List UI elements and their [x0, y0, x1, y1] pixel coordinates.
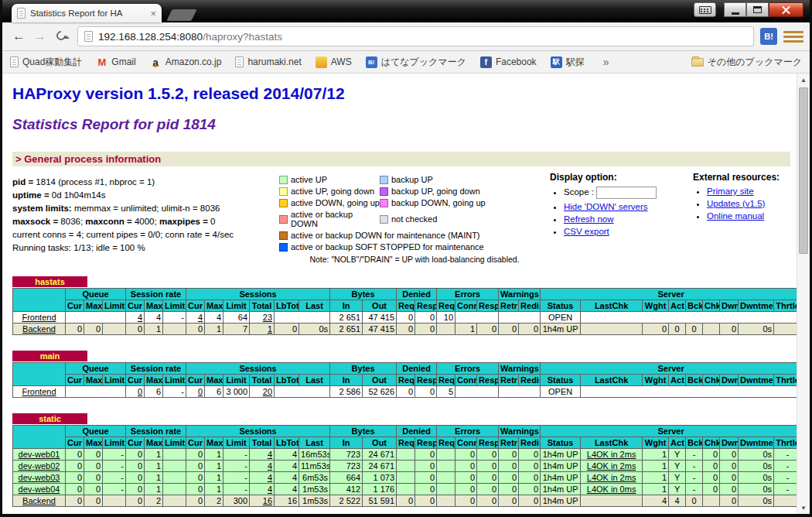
column-header: Max [84, 375, 103, 386]
keyboard-button[interactable] [694, 2, 716, 17]
stats-row-backend: Backend0001017100s2 65147 4150010001h4m … [13, 324, 797, 335]
bookmark-item[interactable]: MGmail [96, 56, 135, 68]
bookmark-item[interactable]: 駅駅探 [551, 56, 585, 69]
stats-grid: QueueSession rateSessionsBytesDeniedErro… [12, 362, 797, 398]
row-name[interactable]: Frontend [13, 312, 66, 324]
column-header: Dwntme [739, 437, 774, 449]
scrollbar-thumb[interactable] [799, 87, 808, 254]
display-option-link[interactable]: CSV export [564, 227, 609, 236]
forward-button[interactable]: → [29, 29, 50, 44]
minimize-button[interactable] [724, 2, 746, 17]
close-button[interactable] [769, 2, 803, 17]
stats-grid: QueueSession rateSessionsBytesDeniedErro… [12, 288, 797, 335]
stat-cell: 51 591 [363, 495, 397, 507]
address-bar[interactable]: 192.168.128.254:8080/haproxy?hastats [77, 26, 754, 46]
stat-cell: - [103, 472, 126, 484]
bookmark-item[interactable]: AWS [316, 56, 352, 68]
stat-cell: 24 671 [363, 449, 397, 461]
stat-cell [163, 484, 186, 495]
row-name[interactable]: dev-web02 [13, 461, 66, 472]
external-resource-item: Updates (v1.5) [707, 199, 790, 208]
column-header: Resp [477, 375, 499, 386]
column-header: Max [205, 375, 223, 386]
stat-cell: 0 [126, 386, 145, 398]
stat-cell: 0 [397, 312, 415, 324]
column-header: Limit [163, 375, 186, 386]
legend-item: not checked [380, 210, 550, 228]
column-header: Act [669, 437, 686, 449]
legend-color-box [279, 231, 288, 240]
stat-cell: 664 [330, 472, 363, 484]
stat-cell: 1 [145, 484, 163, 495]
row-name[interactable]: dev-web04 [13, 484, 66, 495]
bookmark-item[interactable]: Quad稼動集計 [10, 56, 82, 69]
stat-cell: 1h4m UP [541, 449, 581, 461]
back-button[interactable]: ← [9, 29, 29, 44]
scroll-down-button[interactable]: ▼ [797, 502, 810, 514]
stat-cell: 0 [499, 449, 519, 461]
stat-cell: 7 [223, 324, 250, 335]
stat-cell: - [223, 449, 250, 461]
stat-cell: 0 [275, 324, 299, 335]
page-scrollbar[interactable]: ▲ ▼ [797, 74, 810, 514]
stat-cell: 2 651 [330, 324, 363, 335]
stat-cell [774, 324, 797, 335]
column-header: Limit [163, 437, 186, 449]
stat-cell: - [686, 449, 703, 461]
stat-cell: 6m53s [299, 472, 330, 484]
display-option-link[interactable]: Refresh now [564, 214, 614, 224]
row-name[interactable]: dev-web03 [13, 472, 66, 484]
scroll-up-button[interactable]: ▲ [797, 74, 810, 86]
column-group-header: Errors [437, 289, 499, 300]
row-name[interactable]: Backend [13, 495, 66, 507]
stat-cell: - [103, 461, 126, 472]
external-resource-link[interactable]: Online manual [707, 211, 764, 221]
row-name[interactable]: Backend [13, 324, 66, 335]
display-option-link[interactable]: Hide 'DOWN' servers [564, 202, 648, 211]
stat-cell: 16m53s [299, 449, 330, 461]
bookmark-item[interactable]: fFacebook [480, 56, 537, 68]
bookmark-item[interactable]: B!はてなブックマーク [366, 56, 466, 69]
bookmarks-overflow-chevron[interactable]: » [603, 56, 609, 68]
column-group-header: Sessions [186, 426, 330, 437]
stats-row-dev-web01: dev-web0100-0101-4416m53s72324 671000001… [13, 449, 797, 461]
column-header: Total [250, 437, 275, 449]
stat-cell: 0 [720, 461, 739, 472]
external-resource-link[interactable]: Primary site [707, 187, 754, 196]
row-name[interactable]: Frontend [13, 386, 66, 398]
external-resource-link[interactable]: Updates (v1.5) [707, 199, 765, 208]
display-option-item: Refresh now [564, 214, 693, 224]
browser-tab[interactable]: Statistics Report for HA × [12, 4, 162, 22]
stat-cell: 1m53s [299, 495, 330, 507]
column-group-header: Warnings [499, 289, 541, 300]
legend-color-box [279, 199, 288, 207]
hatena-extension-button[interactable]: B! [760, 28, 777, 45]
bookmark-item[interactable]: harumaki.net [235, 56, 301, 67]
column-header: Max [145, 375, 163, 386]
page-title-link[interactable]: HAProxy version 1.5.2, released 2014/07/… [12, 84, 790, 103]
doc-icon [10, 56, 19, 67]
stat-cell: 0 [477, 461, 499, 472]
stat-cell: 4 [250, 449, 275, 461]
other-bookmarks-folder[interactable]: その他のブックマーク [691, 56, 802, 69]
maximize-button[interactable] [746, 2, 769, 17]
stat-cell: 0 [397, 495, 415, 507]
stat-cell: 0 [415, 484, 437, 495]
menu-button[interactable] [783, 28, 803, 45]
stat-cell: 0s [739, 484, 774, 495]
column-header: Wght [643, 375, 669, 386]
stat-cell: 1 [250, 324, 275, 335]
scope-input[interactable] [596, 187, 657, 199]
stat-cell [163, 472, 186, 484]
column-header: Limit [223, 300, 250, 312]
new-tab-button[interactable] [166, 9, 196, 21]
column-header: Cur [66, 437, 84, 449]
stats-row-frontend: Frontend44-4464232 65147 4150010OPEN [13, 312, 797, 324]
bookmark-item[interactable]: aAmazon.co.jp [150, 56, 222, 68]
column-header: Out [363, 437, 397, 449]
reload-button[interactable] [50, 29, 71, 44]
row-name[interactable]: dev-web01 [13, 449, 66, 461]
tab-close-icon[interactable]: × [150, 9, 156, 19]
stat-cell: L4OK in 0ms [581, 484, 643, 495]
doc-icon [235, 56, 244, 67]
